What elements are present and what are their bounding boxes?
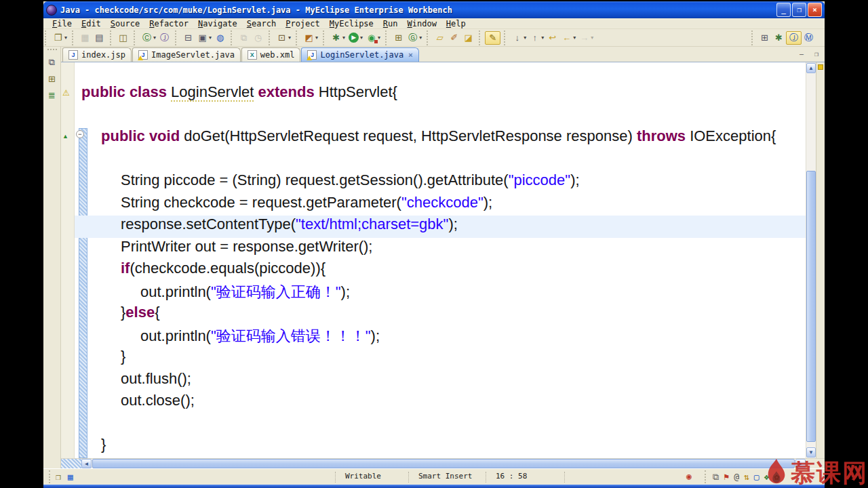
mail-tray-icon[interactable]: @ [734, 472, 739, 482]
menu-source[interactable]: Source [106, 19, 144, 28]
last-edit-location-icon[interactable]: ↩ [545, 31, 559, 45]
close-button[interactable]: × [808, 3, 822, 17]
debug-icon-dropdown[interactable]: ▾ [342, 35, 345, 41]
scroll-down-icon[interactable]: ▼ [806, 447, 816, 458]
monitor-tray-icon[interactable]: ▢ [754, 472, 760, 482]
tab-loginservlet-java[interactable]: JLoginServlet.java× [301, 47, 418, 62]
minimize-button[interactable]: _ [776, 3, 791, 17]
code-line-14[interactable]: out.flush(); [75, 370, 806, 392]
fetch-status-icon[interactable]: ▦ [68, 472, 73, 482]
title-bar[interactable]: Java - checkcode/src/com/muke/LoginServl… [43, 1, 825, 18]
horizontal-scrollbar[interactable]: ◄ ► [61, 458, 825, 468]
restore-views-icon[interactable]: ⧉ [45, 56, 59, 69]
code-line-17[interactable]: } [75, 436, 806, 458]
gc-icon-dropdown[interactable]: ▾ [419, 35, 422, 41]
restore-button[interactable]: ❐ [792, 3, 806, 17]
deploy-module-icon[interactable]: ⊟ [181, 31, 195, 45]
back-icon[interactable]: ←▾ [559, 31, 577, 45]
error-indicator-icon[interactable]: ◉ [686, 471, 692, 481]
forward-icon-dropdown[interactable]: ▾ [591, 35, 593, 41]
code-line-5[interactable]: String piccode = (String) request.getSes… [75, 171, 806, 194]
prev-annotation-icon-dropdown[interactable]: ▾ [541, 35, 544, 41]
fetch-icon[interactable]: ◪ [461, 31, 475, 45]
external-tools-icon[interactable]: ◩▾ [302, 31, 319, 45]
code-line-3[interactable]: public void doGet(HttpServletRequest req… [75, 127, 806, 150]
code-line-1[interactable]: public class LoginServlet extends HttpSe… [75, 83, 806, 106]
menu-edit[interactable]: Edit [77, 19, 106, 28]
gc-icon[interactable]: Ⓖ▾ [406, 31, 423, 45]
new-task-icon[interactable]: ❐ [56, 472, 61, 482]
profile-icon[interactable]: ◉▾ [364, 31, 382, 45]
menu-run[interactable]: Run [378, 19, 403, 28]
debug-icon[interactable]: ✱▾ [329, 31, 347, 45]
scroll-left-icon[interactable]: ◄ [81, 459, 92, 468]
overview-warning-marker[interactable] [818, 64, 823, 70]
back-icon-dropdown[interactable]: ▾ [573, 35, 576, 41]
server-tray-icon[interactable]: ⚑ [724, 472, 729, 482]
coverage-icon[interactable]: ⊞ [391, 31, 406, 45]
overview-ruler[interactable] [816, 62, 825, 458]
minimize-view-icon[interactable]: — [796, 49, 807, 58]
menu-refactor[interactable]: Refactor [144, 19, 193, 28]
sync-tray-icon[interactable]: ⇅ [744, 472, 749, 482]
code-line-7[interactable]: response.setContentType("text/html;chars… [75, 216, 806, 238]
tab-index-jsp[interactable]: Jindex.jsp [62, 47, 132, 62]
menu-search[interactable]: Search [242, 19, 281, 28]
java-perspective-icon[interactable]: Ⓙ [786, 31, 802, 45]
vertical-scrollbar[interactable]: ▲ ▼ [806, 62, 816, 458]
next-annotation-icon-dropdown[interactable]: ▾ [524, 35, 526, 41]
code-editor[interactable]: public class LoginServlet extends HttpSe… [75, 62, 806, 458]
annotation-ruler[interactable]: ⚠ ▲ [61, 62, 75, 458]
type-hierarchy-icon[interactable]: ≣ [45, 88, 59, 102]
code-line-4[interactable] [75, 150, 806, 172]
new-wizard-icon-dropdown[interactable]: ▾ [64, 35, 67, 41]
profile-icon-dropdown[interactable]: ▾ [378, 35, 380, 41]
scroll-up-icon[interactable]: ▲ [806, 63, 816, 73]
code-line-9[interactable]: if(checkcode.equals(piccode)){ [75, 260, 806, 282]
code-line-6[interactable]: String checkcode = request.getParameter(… [75, 194, 806, 216]
tab-close-icon[interactable]: × [408, 51, 412, 59]
next-annotation-icon[interactable]: ↓▾ [510, 31, 528, 45]
code-line-16[interactable] [75, 414, 806, 436]
code-line-12[interactable]: out.println("验证码输入错误！！！"); [75, 326, 806, 348]
maximize-view-icon[interactable]: ❐ [811, 49, 822, 58]
print-icon[interactable]: ▤ [92, 31, 106, 45]
vertical-scroll-thumb[interactable] [806, 171, 816, 442]
new-wizard-icon[interactable]: ❐▾ [51, 31, 68, 45]
tab-web-xml[interactable]: Xweb.xml [241, 47, 301, 62]
code-line-11[interactable]: }else{ [75, 304, 806, 326]
open-type-icon[interactable]: ▱ [433, 31, 447, 45]
fastview-grip[interactable] [47, 49, 57, 52]
code-line-13[interactable]: } [75, 348, 806, 370]
menu-window[interactable]: Window [403, 19, 441, 28]
myeclipse-perspective-icon[interactable]: Ⓜ [802, 31, 816, 45]
prev-annotation-icon[interactable]: ↑▾ [528, 31, 545, 45]
menu-project[interactable]: Project [281, 19, 325, 28]
new-java-class-icon-dropdown[interactable]: ▾ [153, 35, 156, 41]
menu-help[interactable]: Help [441, 19, 471, 28]
run-icon[interactable]: ▶▾ [347, 31, 364, 45]
code-line-15[interactable]: out.close(); [75, 392, 806, 414]
menu-myeclipse[interactable]: MyEclipse [325, 19, 378, 28]
open-perspective-icon[interactable]: ⊞ [757, 31, 772, 45]
new-java-class-icon[interactable]: Ⓒ▾ [140, 31, 157, 45]
mark-occurrences-icon[interactable]: ✎ [485, 31, 500, 45]
new-java-interface-icon[interactable]: Ⓙ [157, 31, 172, 45]
horizontal-scroll-thumb[interactable] [92, 459, 795, 468]
run-icon-dropdown[interactable]: ▾ [360, 35, 363, 41]
run-on-server-icon-dropdown[interactable]: ▾ [209, 35, 212, 41]
code-line-2[interactable] [75, 106, 806, 128]
code-line-8[interactable]: PrintWriter out = response.getWriter(); [75, 238, 806, 260]
fold-collapse-icon[interactable]: − [76, 130, 84, 138]
image-capture-icon[interactable]: ⊡▾ [275, 31, 292, 45]
image-capture-icon-dropdown[interactable]: ▾ [288, 35, 291, 41]
debug-perspective-icon[interactable]: ✱ [772, 31, 786, 45]
menu-navigate[interactable]: Navigate [193, 19, 242, 28]
web-browser-icon[interactable]: ◍ [213, 31, 227, 45]
tab-imageservlet-java[interactable]: JImageServlet.java [132, 47, 241, 62]
run-on-server-icon[interactable]: ▣▾ [195, 31, 213, 45]
package-explorer-icon[interactable]: ⊞ [45, 72, 59, 85]
external-tools-icon-dropdown[interactable]: ▾ [315, 35, 318, 41]
menu-file[interactable]: File [47, 19, 77, 28]
export-archive-icon[interactable]: ◫ [116, 31, 130, 45]
